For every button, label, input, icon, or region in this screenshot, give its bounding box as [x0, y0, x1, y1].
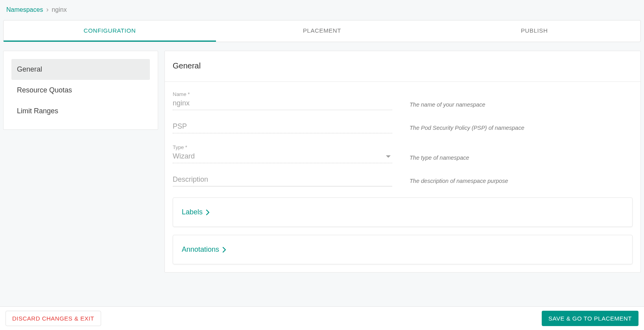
label-name: Name *: [173, 91, 392, 97]
breadcrumb-separator: ›: [46, 6, 48, 14]
help-description: The description of namespace purpose: [410, 178, 508, 186]
tabs: CONFIGURATION PLACEMENT PUBLISH: [3, 20, 641, 42]
expander-labels[interactable]: Labels: [173, 197, 633, 227]
help-type: The type of namespace: [410, 155, 469, 163]
help-psp: The Pod Security Policy (PSP) of namespa…: [410, 125, 524, 133]
tab-configuration[interactable]: CONFIGURATION: [4, 20, 216, 42]
breadcrumb: Namespaces › nginx: [0, 0, 644, 18]
footer-bar: DISCARD CHANGES & EXIT SAVE & GO TO PLAC…: [0, 306, 644, 330]
help-name: The name of your namespace: [410, 101, 485, 110]
sidebar-item-general[interactable]: General: [11, 59, 150, 80]
panel-title: General: [173, 61, 633, 70]
chevron-right-icon: [206, 210, 210, 215]
input-description[interactable]: [173, 174, 392, 186]
sidebar-item-resource-quotas[interactable]: Resource Quotas: [11, 80, 150, 101]
field-psp: [173, 121, 392, 133]
expander-annotations[interactable]: Annotations: [173, 235, 633, 264]
field-description: [173, 174, 392, 186]
save-button[interactable]: SAVE & GO TO PLACEMENT: [542, 311, 638, 326]
main-area: General Resource Quotas Limit Ranges Gen…: [0, 42, 644, 273]
sidebar-item-limit-ranges[interactable]: Limit Ranges: [11, 101, 150, 122]
tab-publish[interactable]: PUBLISH: [428, 20, 640, 42]
breadcrumb-current: nginx: [52, 6, 66, 13]
discard-button[interactable]: DISCARD CHANGES & EXIT: [6, 311, 101, 326]
row-type: Type * The type of namespace: [173, 144, 633, 163]
row-name: Name * The name of your namespace: [173, 91, 633, 110]
input-psp[interactable]: [173, 121, 392, 133]
field-name: Name *: [173, 91, 392, 110]
field-type: Type *: [173, 144, 392, 163]
form-rows: Name * The name of your namespace The Po…: [165, 82, 640, 186]
expander-annotations-label: Annotations: [182, 245, 219, 254]
row-psp: The Pod Security Policy (PSP) of namespa…: [173, 121, 633, 133]
content-panel: General Name * The name of your namespac…: [164, 51, 641, 273]
input-name[interactable]: [173, 98, 392, 110]
select-type[interactable]: [173, 151, 392, 163]
sidebar: General Resource Quotas Limit Ranges: [3, 51, 158, 130]
breadcrumb-namespaces-link[interactable]: Namespaces: [6, 6, 43, 13]
panel-header: General: [165, 51, 640, 82]
tab-placement[interactable]: PLACEMENT: [216, 20, 428, 42]
expander-labels-label: Labels: [182, 208, 203, 216]
row-description: The description of namespace purpose: [173, 174, 633, 186]
chevron-right-icon: [222, 247, 226, 253]
label-type: Type *: [173, 144, 392, 150]
